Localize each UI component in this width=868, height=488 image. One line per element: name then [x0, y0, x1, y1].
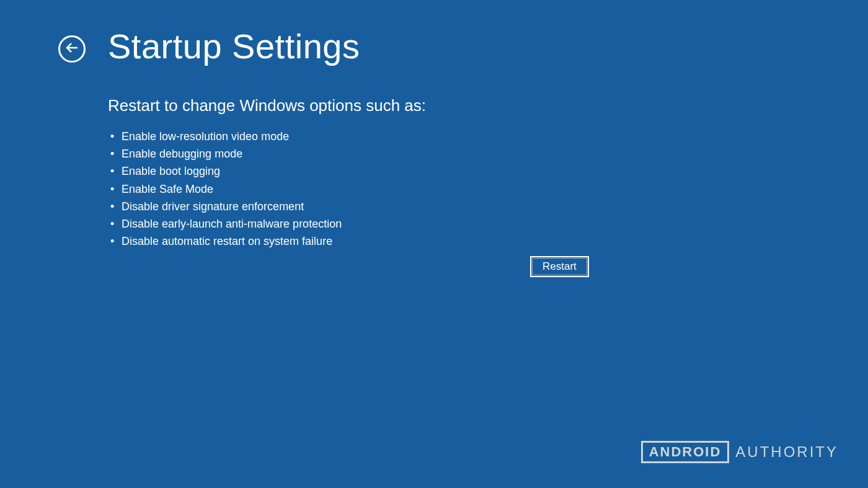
back-arrow-icon — [64, 40, 79, 58]
list-item: Disable driver signature enforcement — [122, 199, 868, 215]
list-item: Enable Safe Mode — [122, 182, 868, 197]
list-item: Disable automatic restart on system fail… — [122, 234, 868, 249]
watermark: ANDROID AUTHORITY — [641, 441, 838, 463]
back-button[interactable] — [58, 35, 86, 63]
page-title: Startup Settings — [108, 26, 360, 66]
subtitle: Restart to change Windows options such a… — [108, 96, 868, 115]
list-item: Disable early-launch anti-malware protec… — [122, 216, 868, 232]
list-item: Enable low-resolution video mode — [122, 129, 868, 144]
watermark-box-text: ANDROID — [641, 441, 730, 463]
list-item: Enable boot logging — [122, 164, 868, 179]
watermark-plain-text: AUTHORITY — [735, 443, 838, 461]
options-list: Enable low-resolution video mode Enable … — [108, 129, 868, 249]
list-item: Enable debugging mode — [122, 146, 868, 162]
restart-button[interactable]: Restart — [530, 256, 589, 277]
